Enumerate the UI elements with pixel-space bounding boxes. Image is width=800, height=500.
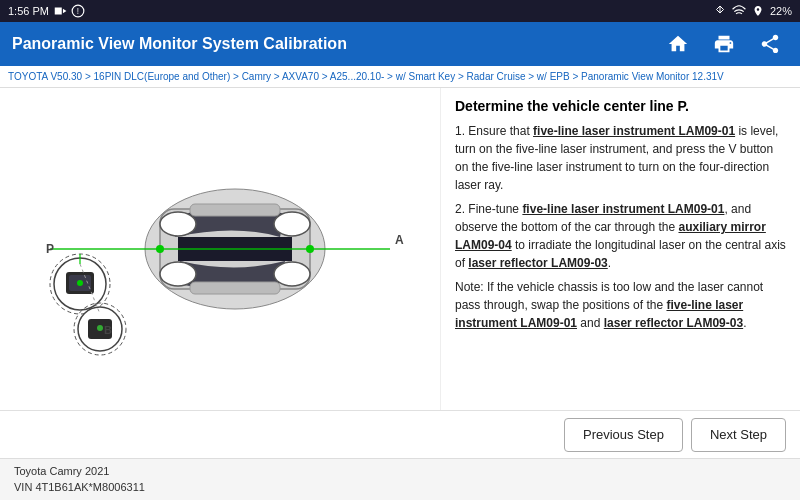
svg-text:B: B xyxy=(104,324,112,336)
page-title: Panoramic View Monitor System Calibratio… xyxy=(12,35,347,53)
ref-lam09-01-p2: five-line laser instrument LAM09-01 xyxy=(522,202,724,216)
ref-lam09-04: auxiliary mirror LAM09-04 xyxy=(455,220,766,252)
title-bar: Panoramic View Monitor System Calibratio… xyxy=(0,22,800,66)
svg-point-26 xyxy=(306,245,314,253)
svg-marker-1 xyxy=(63,9,66,14)
svg-rect-7 xyxy=(190,204,280,216)
instruction-para3: Note: If the vehicle chassis is too low … xyxy=(455,278,786,332)
vehicle-info: Toyota Camry 2021 VIN 4T1B61AK*M8006311 xyxy=(14,464,145,495)
export-button[interactable] xyxy=(752,28,788,60)
svg-point-9 xyxy=(160,212,196,236)
ref-lam09-03-a: laser reflector LAM09-03 xyxy=(468,256,607,270)
vehicle-vin: VIN 4T1B61AK*M8006311 xyxy=(14,480,145,495)
instruction-para2: 2. Fine-tune five-line laser instrument … xyxy=(455,200,786,272)
car-diagram: P A B xyxy=(20,109,420,389)
media-icon xyxy=(53,4,67,18)
title-icon-group xyxy=(660,28,788,60)
ref-lam09-03-b: laser reflector LAM09-03 xyxy=(604,316,743,330)
print-button[interactable] xyxy=(706,28,742,60)
instruction-heading: Determine the vehicle center line P. xyxy=(455,98,786,114)
next-step-button[interactable]: Next Step xyxy=(691,418,786,452)
instruction-para1: 1. Ensure that five-line laser instrumen… xyxy=(455,122,786,194)
breadcrumb-text: TOYOTA V50.30 > 16PIN DLC(Europe and Oth… xyxy=(8,71,724,82)
svg-point-25 xyxy=(156,245,164,253)
breadcrumb: TOYOTA V50.30 > 16PIN DLC(Europe and Oth… xyxy=(0,66,800,88)
battery-display: 22% xyxy=(770,5,792,17)
instruction-panel: Determine the vehicle center line P. 1. … xyxy=(440,88,800,410)
ref-lam09-01-p1: five-line laser instrument LAM09-01 xyxy=(533,124,735,138)
status-right: 22% xyxy=(714,4,792,18)
svg-point-21 xyxy=(97,325,103,331)
bluetooth-icon xyxy=(714,4,726,18)
svg-point-12 xyxy=(274,262,310,286)
svg-point-11 xyxy=(274,212,310,236)
home-button[interactable] xyxy=(660,28,696,60)
warning-icon: ! xyxy=(71,4,85,18)
bottom-bar: Toyota Camry 2021 VIN 4T1B61AK*M8006311 xyxy=(0,458,800,500)
svg-text:!: ! xyxy=(77,7,79,16)
svg-text:P: P xyxy=(46,242,54,256)
svg-rect-0 xyxy=(55,8,62,15)
svg-text:A: A xyxy=(395,233,404,247)
button-row: Previous Step Next Step xyxy=(0,410,800,458)
main-content: P A B Determine the vehicle center line … xyxy=(0,88,800,410)
image-panel: P A B xyxy=(0,88,440,410)
car-top-view-svg: P A B xyxy=(20,109,420,389)
status-bar: 1:56 PM ! 22% xyxy=(0,0,800,22)
svg-point-17 xyxy=(77,280,83,286)
svg-point-10 xyxy=(160,262,196,286)
svg-rect-8 xyxy=(190,282,280,294)
vehicle-make: Toyota Camry 2021 xyxy=(14,464,145,479)
previous-step-button[interactable]: Previous Step xyxy=(564,418,683,452)
time-display: 1:56 PM xyxy=(8,5,49,17)
wifi-icon xyxy=(732,4,746,18)
status-time: 1:56 PM ! xyxy=(8,4,85,18)
location-icon xyxy=(752,4,764,18)
